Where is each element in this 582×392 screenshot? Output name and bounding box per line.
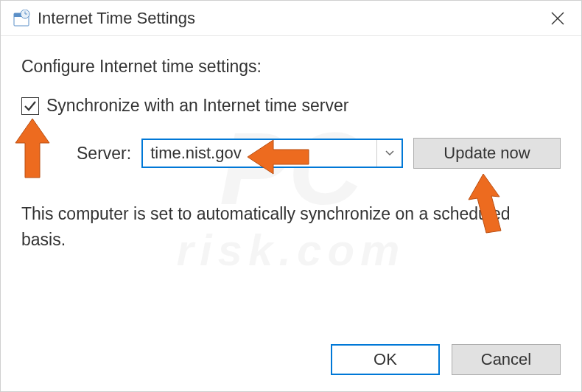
dialog-button-row: OK Cancel (331, 344, 561, 375)
dialog-window: Internet Time Settings Configure Interne… (0, 0, 582, 392)
clock-icon (13, 10, 30, 27)
ok-button[interactable]: OK (331, 344, 440, 375)
close-button[interactable] (547, 8, 568, 29)
chevron-down-icon (385, 150, 394, 156)
checkmark-icon (24, 99, 37, 113)
sync-checkbox-row: Synchronize with an Internet time server (21, 96, 561, 116)
server-combobox[interactable] (141, 139, 403, 168)
sync-checkbox-label: Synchronize with an Internet time server (46, 96, 348, 116)
status-text: This computer is set to automatically sy… (21, 201, 552, 252)
dialog-content: Configure Internet time settings: Synchr… (1, 36, 581, 267)
window-title: Internet Time Settings (38, 9, 195, 28)
server-input[interactable] (143, 141, 376, 166)
cancel-button[interactable]: Cancel (452, 344, 561, 375)
close-icon (551, 12, 564, 25)
update-now-button[interactable]: Update now (413, 138, 561, 169)
server-row: Server: Update now (77, 138, 561, 169)
titlebar: Internet Time Settings (1, 1, 581, 36)
combobox-dropdown-button[interactable] (376, 140, 402, 167)
server-label: Server: (77, 144, 131, 164)
sync-checkbox[interactable] (21, 97, 39, 115)
instruction-text: Configure Internet time settings: (21, 57, 561, 77)
